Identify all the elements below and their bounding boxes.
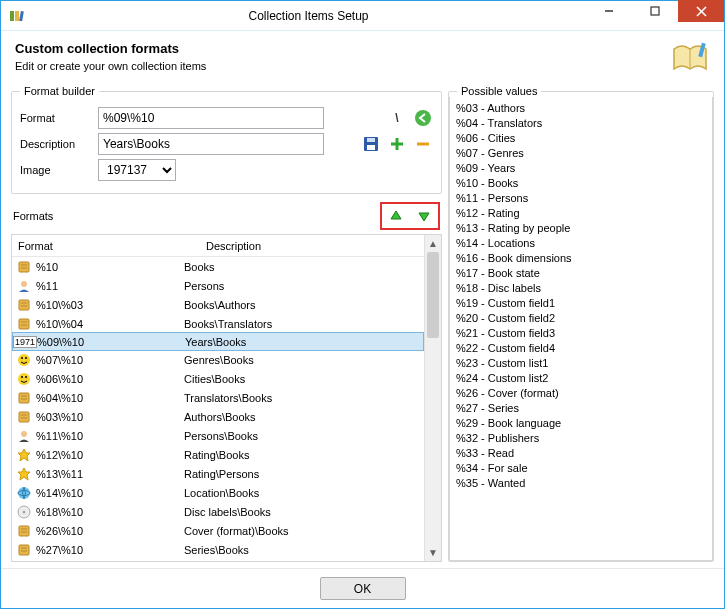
formats-listview[interactable]: Format Description %10Books%11Persons%10… xyxy=(11,234,442,562)
svg-point-26 xyxy=(21,357,23,359)
cell-description: Genres\Books xyxy=(184,354,424,366)
possible-value-item[interactable]: %09 - Years xyxy=(456,161,706,176)
svg-rect-19 xyxy=(19,300,29,310)
possible-value-item[interactable]: %27 - Series xyxy=(456,401,706,416)
minimize-button[interactable] xyxy=(586,0,632,22)
close-button[interactable] xyxy=(678,0,724,22)
cell-format: %11\%10 xyxy=(36,430,184,442)
row-icon xyxy=(16,504,32,520)
move-up-button[interactable] xyxy=(386,206,406,226)
row-icon xyxy=(16,542,32,558)
svg-rect-34 xyxy=(19,412,29,422)
possible-value-item[interactable]: %11 - Persons xyxy=(456,191,706,206)
row-icon xyxy=(16,428,32,444)
possible-value-item[interactable]: %18 - Disc labels xyxy=(456,281,706,296)
table-row[interactable]: 1971%09\%10Years\Books xyxy=(12,332,424,351)
svg-rect-4 xyxy=(651,7,659,15)
table-row[interactable]: %12\%10Rating\Books xyxy=(12,445,424,464)
window: Collection Items Setup Custom collection… xyxy=(0,0,725,609)
possible-value-item[interactable]: %13 - Rating by people xyxy=(456,221,706,236)
possible-value-item[interactable]: %35 - Wanted xyxy=(456,476,706,491)
row-icon xyxy=(16,371,32,387)
table-row[interactable]: %03\%10Authors\Books xyxy=(12,407,424,426)
row-icon xyxy=(16,278,32,294)
maximize-button[interactable] xyxy=(632,0,678,22)
svg-point-28 xyxy=(18,373,30,385)
possible-value-item[interactable]: %23 - Custom list1 xyxy=(456,356,706,371)
cell-description: Persons xyxy=(184,280,424,292)
table-row[interactable]: %11\%10Persons\Books xyxy=(12,426,424,445)
titlebar: Collection Items Setup xyxy=(1,1,724,31)
possible-values-list[interactable]: %03 - Authors%04 - Translators%06 - Citi… xyxy=(449,97,713,561)
possible-value-item[interactable]: %03 - Authors xyxy=(456,101,706,116)
cell-format: %14\%10 xyxy=(36,487,184,499)
cell-format: %13\%11 xyxy=(36,468,184,480)
table-row[interactable]: %04\%10Translators\Books xyxy=(12,388,424,407)
cell-format: %07\%10 xyxy=(36,354,184,366)
table-row[interactable]: %10\%03Books\Authors xyxy=(12,295,424,314)
scroll-thumb[interactable] xyxy=(427,252,439,338)
table-row[interactable]: %18\%10Disc labels\Books xyxy=(12,502,424,521)
svg-rect-45 xyxy=(19,545,29,555)
table-row[interactable]: %13\%11Rating\Persons xyxy=(12,464,424,483)
scroll-down-button[interactable]: ▼ xyxy=(425,544,441,561)
cell-format: %12\%10 xyxy=(36,449,184,461)
format-builder-legend: Format builder xyxy=(20,85,99,97)
possible-value-item[interactable]: %26 - Cover (format) xyxy=(456,386,706,401)
svg-point-41 xyxy=(23,510,26,513)
ok-button[interactable]: OK xyxy=(320,577,406,600)
cell-description: Rating\Persons xyxy=(184,468,424,480)
table-row[interactable]: %10Books xyxy=(12,257,424,276)
back-arrow-button[interactable] xyxy=(413,108,433,128)
cell-format: %10 xyxy=(36,261,184,273)
save-button[interactable] xyxy=(361,134,381,154)
move-down-button[interactable] xyxy=(414,206,434,226)
cell-format: %03\%10 xyxy=(36,411,184,423)
possible-value-item[interactable]: %22 - Custom field4 xyxy=(456,341,706,356)
possible-value-item[interactable]: %06 - Cities xyxy=(456,131,706,146)
window-title: Collection Items Setup xyxy=(31,9,586,23)
table-row[interactable]: %26\%10Cover (format)\Books xyxy=(12,521,424,540)
format-input[interactable] xyxy=(98,107,324,129)
table-row[interactable]: %29\%10Book language\Books xyxy=(12,559,424,561)
possible-value-item[interactable]: %17 - Book state xyxy=(456,266,706,281)
possible-value-item[interactable]: %34 - For sale xyxy=(456,461,706,476)
table-row[interactable]: %10\%04Books\Translators xyxy=(12,314,424,333)
sep-icon[interactable]: \ xyxy=(387,108,407,128)
possible-value-item[interactable]: %29 - Book language xyxy=(456,416,706,431)
column-header-description[interactable]: Description xyxy=(200,240,424,252)
table-row[interactable]: %27\%10Series\Books xyxy=(12,540,424,559)
possible-value-item[interactable]: %32 - Publishers xyxy=(456,431,706,446)
cell-format: %09\%10 xyxy=(37,336,185,348)
possible-value-item[interactable]: %04 - Translators xyxy=(456,116,706,131)
possible-value-item[interactable]: %19 - Custom field1 xyxy=(456,296,706,311)
possible-value-item[interactable]: %07 - Genres xyxy=(456,146,706,161)
row-icon xyxy=(16,297,32,313)
page-subtitle: Edit or create your own collection items xyxy=(15,60,670,72)
possible-value-item[interactable]: %12 - Rating xyxy=(456,206,706,221)
possible-value-item[interactable]: %20 - Custom field2 xyxy=(456,311,706,326)
table-row[interactable]: %11Persons xyxy=(12,276,424,295)
cell-description: Books\Authors xyxy=(184,299,424,311)
app-icon xyxy=(1,8,31,24)
add-button[interactable] xyxy=(387,134,407,154)
possible-value-item[interactable]: %33 - Read xyxy=(456,446,706,461)
column-header-format[interactable]: Format xyxy=(12,240,200,252)
table-row[interactable]: %06\%10Cities\Books xyxy=(12,369,424,388)
reorder-controls xyxy=(380,202,440,230)
book-open-icon xyxy=(670,41,710,77)
scrollbar[interactable]: ▲ ▼ xyxy=(424,235,441,561)
description-input[interactable] xyxy=(98,133,324,155)
svg-point-29 xyxy=(21,376,23,378)
image-select[interactable]: 197137 xyxy=(98,159,176,181)
scroll-up-button[interactable]: ▲ xyxy=(425,235,441,252)
possible-value-item[interactable]: %10 - Books xyxy=(456,176,706,191)
possible-value-item[interactable]: %21 - Custom field3 xyxy=(456,326,706,341)
remove-button[interactable] xyxy=(413,134,433,154)
possible-value-item[interactable]: %14 - Locations xyxy=(456,236,706,251)
possible-value-item[interactable]: %16 - Book dimensions xyxy=(456,251,706,266)
table-row[interactable]: %07\%10Genres\Books xyxy=(12,350,424,369)
possible-value-item[interactable]: %24 - Custom list2 xyxy=(456,371,706,386)
svg-point-27 xyxy=(25,357,27,359)
table-row[interactable]: %14\%10Location\Books xyxy=(12,483,424,502)
